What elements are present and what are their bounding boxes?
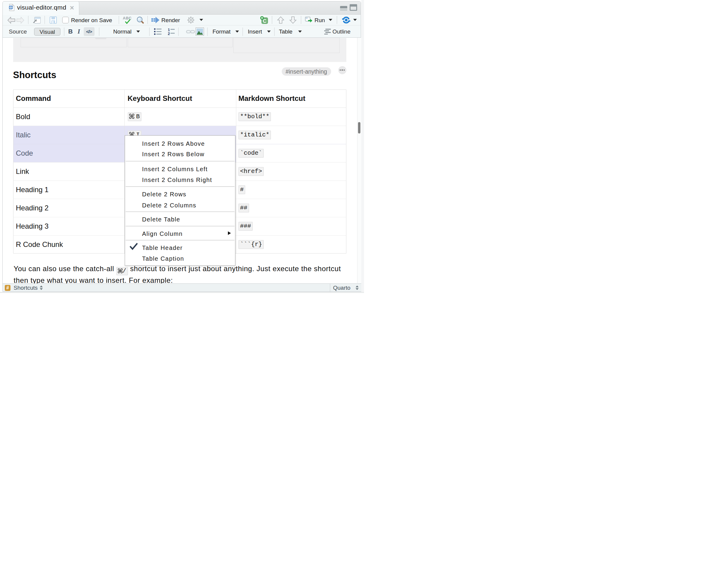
svg-text:1: 1 [168,28,170,32]
svg-text:C: C [263,18,266,24]
svg-text:2: 2 [168,32,170,35]
